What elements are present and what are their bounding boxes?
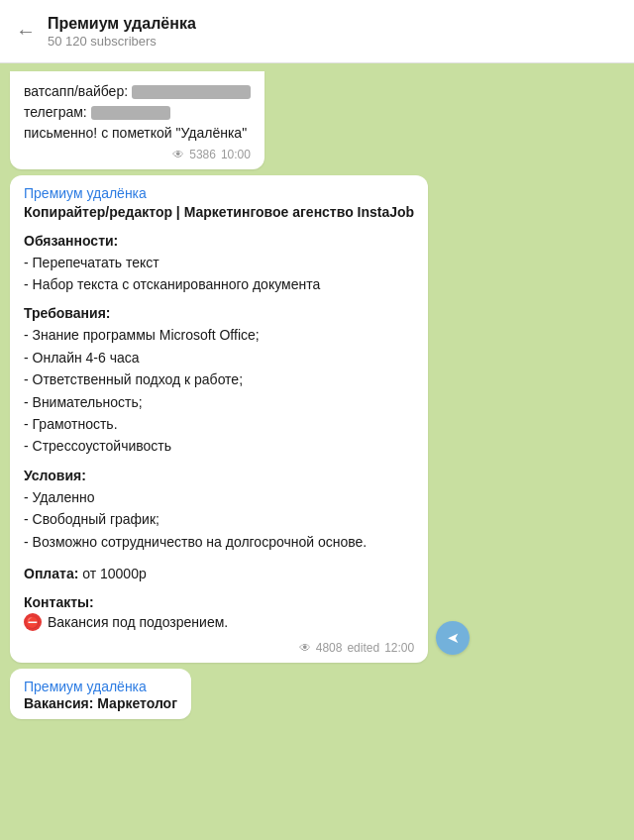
edited-label: edited: [347, 641, 379, 655]
section-contacts: Контакты: ⛔ Вакансия под подозрением.: [24, 594, 414, 631]
message-main: Премиум удалёнка Копирайтер/редактор | М…: [10, 175, 428, 663]
eye-icon: 👁: [172, 148, 184, 161]
cond-item-3: - Возможно сотрудничество на долгосрочно…: [24, 531, 414, 553]
msg-time-2: 12:00: [384, 641, 414, 655]
message-meta-1: 👁 5386 10:00: [24, 148, 251, 161]
req-item-1: - Знание программы Microsoft Office;: [24, 324, 414, 346]
telegram-redacted: [91, 106, 170, 120]
duty-item-2: - Набор текста с отсканированного докуме…: [24, 273, 414, 295]
contacts-title: Контакты:: [24, 594, 414, 610]
message-partial: ватсапп/вайбер: телеграм: письменно! с п…: [10, 71, 264, 169]
section-requirements: Требования: - Знание программы Microsoft…: [24, 305, 414, 457]
duties-title: Обязанности:: [24, 233, 414, 249]
preview-job-title: Вакансия: Маркетолог: [24, 695, 177, 711]
channel-title: Премиум удалёнка: [48, 14, 196, 33]
duty-item-1: - Перепечатать текст: [24, 252, 414, 273]
suspect-badge: ⛔ Вакансия под подозрением.: [24, 613, 414, 631]
payment-text: Оплата: от 10000р: [24, 563, 414, 584]
eye-icon-2: 👁: [299, 641, 311, 655]
req-item-5: - Грамотность.: [24, 413, 414, 435]
cond-item-2: - Свободный график;: [24, 508, 414, 530]
requirements-title: Требования:: [24, 305, 414, 321]
header: ← Премиум удалёнка 50 120 subscribers: [0, 0, 634, 63]
message-preview: Премиум удалёнка Вакансия: Маркетолог: [10, 669, 191, 719]
conditions-title: Условия:: [24, 468, 414, 483]
forward-button[interactable]: ➤: [436, 621, 470, 655]
req-item-2: - Онлайн 4-6 часа: [24, 347, 414, 368]
req-item-3: - Ответственный подход к работе;: [24, 368, 414, 390]
suspect-text: Вакансия под подозрением.: [48, 614, 228, 630]
written-label: письменно! с пометкой "Удалёнка": [24, 125, 247, 141]
section-payment: Оплата: от 10000р: [24, 563, 414, 584]
section-conditions: Условия: - Удаленно - Свободный график; …: [24, 468, 414, 553]
preview-content: Премиум удалёнка Вакансия: Маркетолог: [24, 679, 177, 711]
subscriber-count: 50 120 subscribers: [48, 34, 196, 49]
written-line: письменно! с пометкой "Удалёнка": [24, 123, 251, 144]
channel-name-main[interactable]: Премиум удалёнка: [24, 185, 414, 201]
message-meta-2: 👁 4808 edited 12:00: [24, 641, 414, 655]
partial-message-content: ватсапп/вайбер: телеграм: письменно! с п…: [24, 81, 251, 144]
req-item-6: - Стрессоустойчивость: [24, 435, 414, 457]
forward-icon: ➤: [447, 629, 460, 647]
channel-info: Премиум удалёнка 50 120 subscribers: [48, 14, 196, 48]
views-count-1: 5386: [189, 148, 216, 161]
back-button[interactable]: ←: [16, 20, 36, 43]
views-count-2: 4808: [316, 641, 343, 655]
preview-channel-name[interactable]: Премиум удалёнка: [24, 679, 177, 694]
whatsapp-redacted: [132, 85, 251, 99]
telegram-label: телеграм:: [24, 104, 91, 120]
req-item-4: - Внимательность;: [24, 391, 414, 413]
job-title: Копирайтер/редактор | Маркетинговое аген…: [24, 203, 414, 223]
cond-item-1: - Удаленно: [24, 486, 414, 508]
back-icon: ←: [16, 20, 36, 43]
suspect-icon: ⛔: [24, 613, 42, 631]
telegram-line: телеграм:: [24, 102, 251, 123]
msg-time-1: 10:00: [221, 148, 251, 161]
section-duties: Обязанности: - Перепечатать текст - Набо…: [24, 233, 414, 296]
whatsapp-line: ватсапп/вайбер:: [24, 81, 251, 102]
whatsapp-label: ватсапп/вайбер:: [24, 83, 132, 99]
chat-area: ватсапп/вайбер: телеграм: письменно! с п…: [0, 63, 634, 727]
